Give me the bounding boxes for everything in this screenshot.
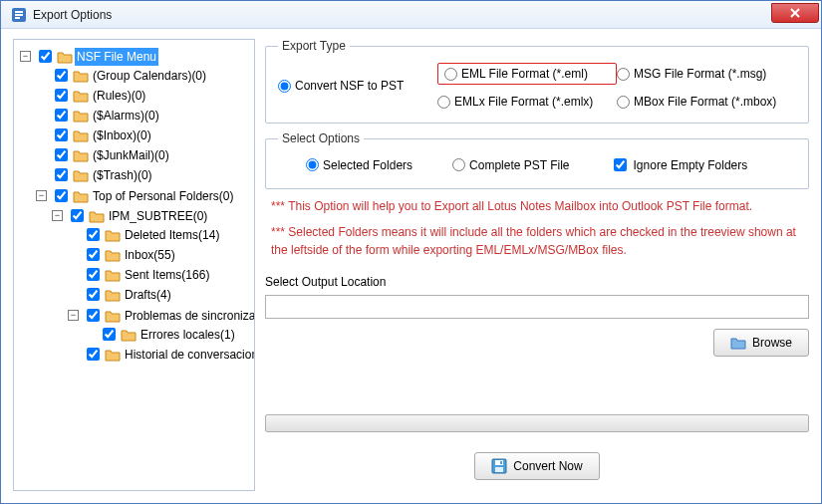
browse-button[interactable]: Browse <box>713 329 809 357</box>
tree-node[interactable]: ($Alarms)(0) <box>36 106 161 125</box>
checkbox[interactable] <box>55 128 68 141</box>
tree-node[interactable]: −Problemas de sincronización(89) <box>68 306 255 325</box>
tree-label[interactable]: Errores locales(1) <box>138 326 237 344</box>
convert-label: Convert Now <box>513 459 582 473</box>
radio-input[interactable] <box>617 68 630 81</box>
progress-bar <box>265 414 809 432</box>
folder-icon <box>105 309 121 323</box>
radio-input[interactable] <box>444 68 457 81</box>
radio-input[interactable] <box>437 96 450 109</box>
tree-label[interactable]: (Group Calendars)(0) <box>91 67 208 85</box>
tree-node[interactable]: Inbox(55) <box>68 245 177 264</box>
folder-icon <box>105 228 121 242</box>
tree-node[interactable]: −IPM_SUBTREE(0) <box>52 206 209 225</box>
folder-icon <box>73 148 89 162</box>
tree-node[interactable]: Deleted Items(14) <box>68 225 221 244</box>
tree-label[interactable]: Sent Items(166) <box>123 266 211 284</box>
close-icon <box>790 8 800 18</box>
radio-mbox[interactable]: MBox File Format (*.mbox) <box>617 95 796 109</box>
close-button[interactable] <box>771 3 819 23</box>
folder-icon <box>73 168 89 182</box>
checkbox[interactable] <box>55 148 68 161</box>
tree-node[interactable]: ($JunkMail)(0) <box>36 145 171 164</box>
titlebar: Export Options <box>1 1 821 29</box>
checkbox[interactable] <box>55 189 68 202</box>
radio-input[interactable] <box>452 158 465 171</box>
output-location-label: Select Output Location <box>265 275 809 289</box>
checkbox[interactable] <box>39 50 52 63</box>
checkbox[interactable] <box>87 248 100 261</box>
radio-label: EMLx File Format (*.emlx) <box>454 95 593 109</box>
folder-open-icon <box>730 336 746 350</box>
radio-emlx[interactable]: EMLx File Format (*.emlx) <box>437 95 617 109</box>
radio-selected-folders[interactable]: Selected Folders <box>306 158 412 172</box>
radio-label: Selected Folders <box>323 158 412 172</box>
tree-node[interactable]: Sent Items(166) <box>68 265 211 284</box>
checkbox[interactable] <box>55 109 68 122</box>
tree-label[interactable]: IPM_SUBTREE(0) <box>107 207 209 225</box>
folder-icon <box>73 128 89 142</box>
radio-input[interactable] <box>278 80 291 93</box>
save-disk-icon <box>491 458 507 474</box>
checkbox[interactable] <box>87 309 100 322</box>
checkbox[interactable] <box>87 268 100 281</box>
tree-node-root[interactable]: − NSF File Menu <box>20 47 158 66</box>
checkbox-input[interactable] <box>614 158 627 171</box>
tree-node[interactable]: −Top of Personal Folders(0) <box>36 186 235 205</box>
radio-label: MSG File Format (*.msg) <box>634 67 766 81</box>
expander-minus-icon[interactable]: − <box>36 190 47 201</box>
tree-label[interactable]: ($Inbox)(0) <box>91 126 153 144</box>
checkbox[interactable] <box>55 168 68 181</box>
checkbox[interactable] <box>103 328 116 341</box>
tree-label[interactable]: Inbox(55) <box>123 246 177 264</box>
tree-label[interactable]: Historial de conversaciones(171) <box>123 346 255 364</box>
tree-node[interactable]: ($Trash)(0) <box>36 165 154 184</box>
tree-label[interactable]: ($Trash)(0) <box>91 166 154 184</box>
folder-icon <box>89 209 105 223</box>
folder-tree[interactable]: − NSF File Menu (Group Calendars)(0) (Ru… <box>18 46 250 365</box>
tree-node[interactable]: (Rules)(0) <box>36 86 147 105</box>
tree-node[interactable]: Errores locales(1) <box>84 325 237 344</box>
tree-label[interactable]: ($JunkMail)(0) <box>91 146 171 164</box>
tree-label-root[interactable]: NSF File Menu <box>75 48 158 66</box>
folder-icon <box>105 268 121 282</box>
radio-complete-pst[interactable]: Complete PST File <box>452 158 569 172</box>
checkbox[interactable] <box>87 348 100 361</box>
svg-rect-1 <box>15 11 23 13</box>
tree-node[interactable]: ($Inbox)(0) <box>36 126 153 144</box>
tree-node[interactable]: Drafts(4) <box>68 285 173 304</box>
folder-tree-panel[interactable]: − NSF File Menu (Group Calendars)(0) (Ru… <box>13 39 255 491</box>
radio-msg[interactable]: MSG File Format (*.msg) <box>617 67 796 81</box>
radio-input[interactable] <box>306 158 319 171</box>
export-type-group: Export Type Convert NSF to PST EML File … <box>265 39 809 124</box>
radio-eml[interactable]: EML File Format (*.eml) <box>444 67 588 81</box>
checkbox[interactable] <box>55 89 68 102</box>
tree-node[interactable]: Historial de conversaciones(171) <box>68 345 255 364</box>
convert-now-button[interactable]: Convert Now <box>474 452 599 480</box>
expander-minus-icon[interactable]: − <box>20 51 31 62</box>
checkbox-ignore-empty[interactable]: Ignore Empty Folders <box>610 155 748 174</box>
radio-label: Complete PST File <box>469 158 569 172</box>
tree-label[interactable]: (Rules)(0) <box>91 87 147 105</box>
select-options-legend: Select Options <box>278 131 364 145</box>
expander-minus-icon[interactable]: − <box>52 210 63 221</box>
radio-input[interactable] <box>617 96 630 109</box>
hint-line-2: *** Selected Folders means it will inclu… <box>265 223 809 259</box>
expander-minus-icon[interactable]: − <box>68 310 79 321</box>
svg-rect-7 <box>500 461 502 464</box>
checkbox[interactable] <box>87 228 100 241</box>
right-panel: Export Type Convert NSF to PST EML File … <box>265 39 809 491</box>
tree-node[interactable]: (Group Calendars)(0) <box>36 66 208 85</box>
tree-label[interactable]: Top of Personal Folders(0) <box>91 187 235 205</box>
radio-nsf-to-pst[interactable]: Convert NSF to PST <box>278 79 437 93</box>
tree-label[interactable]: Drafts(4) <box>123 286 173 304</box>
output-location-input[interactable] <box>265 295 809 319</box>
export-options-window: Export Options − NSF File Menu ( <box>0 0 822 504</box>
checkbox[interactable] <box>87 288 100 301</box>
tree-label[interactable]: ($Alarms)(0) <box>91 107 161 125</box>
checkbox[interactable] <box>71 209 84 222</box>
tree-label[interactable]: Problemas de sincronización(89) <box>123 307 255 325</box>
checkbox[interactable] <box>55 69 68 82</box>
folder-icon <box>121 328 137 342</box>
tree-label[interactable]: Deleted Items(14) <box>123 226 221 244</box>
